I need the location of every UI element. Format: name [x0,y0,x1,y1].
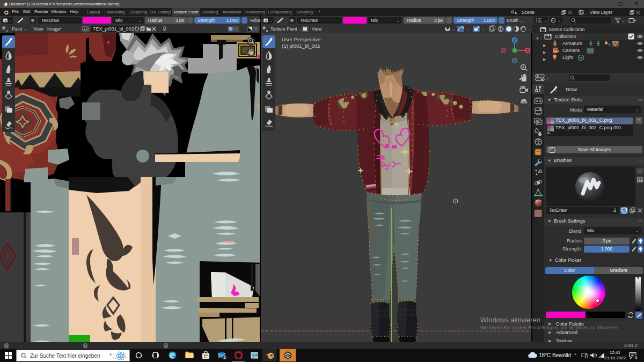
svg-text:⌄: ⌄ [9,19,12,23]
svg-text:X: X [526,49,529,53]
svg-text:⌄: ⌄ [528,27,531,31]
svg-text:⌄: ⌄ [621,18,625,23]
svg-text:⌄: ⌄ [269,19,273,23]
svg-text:⌄: ⌄ [466,27,469,31]
svg-text:⌄: ⌄ [481,27,485,31]
svg-text:⌄: ⌄ [558,18,561,23]
svg-text:6: 6 [635,356,638,359]
svg-text:⌄: ⌄ [546,76,550,80]
svg-text:⌄: ⌄ [584,12,587,15]
svg-text:Z: Z [514,39,516,42]
svg-text:2: 2 [224,356,226,359]
svg-text:6: 6 [609,43,610,46]
svg-text:⌄: ⌄ [516,12,519,15]
svg-text:⌄: ⌄ [544,18,547,23]
svg-text:⌄: ⌄ [452,27,455,31]
